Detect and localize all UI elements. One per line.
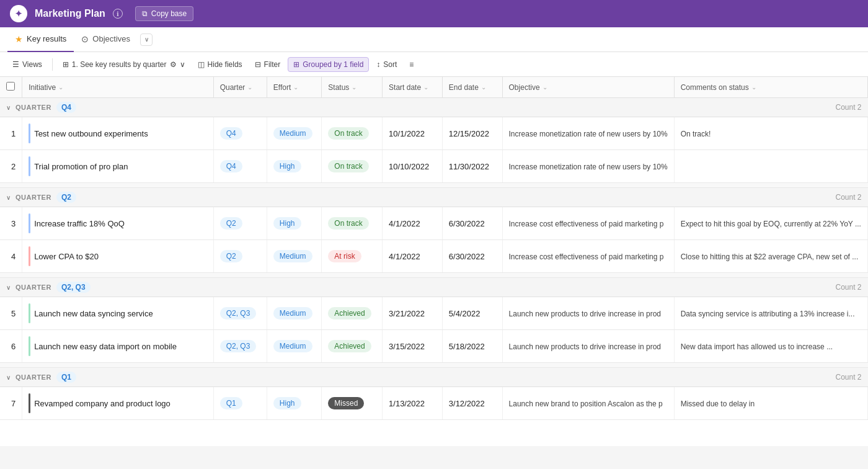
col-header-status[interactable]: Status ⌄ bbox=[322, 77, 383, 98]
table-row[interactable]: 7 Revamped company and product logo Q1 H… bbox=[0, 387, 868, 420]
objective-text: Launch new products to drive increase in… bbox=[509, 310, 661, 318]
row-number: 6 bbox=[0, 330, 22, 363]
group-chevron-icon[interactable]: ∨ bbox=[6, 104, 11, 111]
extra-button[interactable]: ≡ bbox=[404, 58, 418, 71]
copy-base-button[interactable]: ⧉ Copy base bbox=[135, 6, 193, 21]
cell-start-date: 3/21/2022 bbox=[383, 297, 443, 330]
info-icon[interactable]: ℹ bbox=[113, 9, 123, 19]
cell-objective: Increase monetization rate of new users … bbox=[502, 117, 674, 150]
col-header-initiative[interactable]: Initiative ⌄ bbox=[22, 77, 214, 98]
table-row[interactable]: 4 Lower CPA to $20 Q2 Medium At risk 4/1… bbox=[0, 240, 868, 273]
tab-chevron[interactable]: ∨ bbox=[140, 34, 153, 46]
cell-initiative: Trial promotion of pro plan bbox=[22, 150, 214, 183]
views-button[interactable]: ☰ Views bbox=[7, 58, 47, 71]
cell-objective: Increase cost effectiveness of paid mark… bbox=[502, 240, 674, 273]
cell-end-date: 6/30/2022 bbox=[442, 240, 502, 273]
objective-text: Increase cost effectiveness of paid mark… bbox=[509, 252, 664, 261]
cell-effort: Medium bbox=[267, 240, 322, 273]
initiative-text: Launch new data syncing service bbox=[34, 309, 153, 318]
comment-text: Missed due to delay in bbox=[681, 400, 755, 408]
col-header-startdate[interactable]: Start date ⌄ bbox=[383, 77, 443, 98]
initiative-text: Launch new easy data import on mobile bbox=[34, 342, 177, 351]
toolbar: ☰ Views ⊞ 1. See key results by quarter … bbox=[0, 52, 868, 77]
filter-icon: ⊟ bbox=[255, 60, 261, 69]
col-header-enddate[interactable]: End date ⌄ bbox=[442, 77, 502, 98]
cell-effort: Medium bbox=[267, 117, 322, 150]
objective-text: Increase monetization rate of new users … bbox=[509, 163, 668, 171]
col-header-objective[interactable]: Objective ⌄ bbox=[502, 77, 674, 98]
col-header-effort[interactable]: Effort ⌄ bbox=[267, 77, 322, 98]
cell-objective: Launch new products to drive increase in… bbox=[502, 330, 674, 363]
group-button[interactable]: ⊞ Grouped by 1 field bbox=[288, 57, 369, 72]
sort-objective-icon: ⌄ bbox=[542, 84, 547, 91]
star-icon: ★ bbox=[15, 34, 23, 44]
group-spacer bbox=[0, 183, 868, 188]
table-row[interactable]: 2 Trial promotion of pro plan Q4 High On… bbox=[0, 150, 868, 183]
tab-bar: ★ Key results ⊙ Objectives ∨ bbox=[0, 27, 868, 52]
group-header-q2: ∨ QUARTER Q2 Count 2 bbox=[0, 188, 868, 207]
table-row[interactable]: 1 Test new outbound experiments Q4 Mediu… bbox=[0, 117, 868, 150]
filter-button[interactable]: ⊟ Filter bbox=[250, 58, 286, 71]
quarter-label: QUARTER bbox=[16, 373, 51, 381]
cell-start-date: 4/1/2022 bbox=[383, 207, 443, 240]
effort-badge: High bbox=[273, 160, 301, 172]
cell-comment bbox=[674, 150, 867, 183]
row-number: 5 bbox=[0, 297, 22, 330]
cell-start-date: 4/1/2022 bbox=[383, 240, 443, 273]
table-row[interactable]: 3 Increase traffic 18% QoQ Q2 High On tr… bbox=[0, 207, 868, 240]
status-badge: Achieved bbox=[328, 307, 371, 319]
table-row[interactable]: 6 Launch new easy data import on mobile … bbox=[0, 330, 868, 363]
cell-status: Achieved bbox=[322, 330, 383, 363]
group-chevron-icon[interactable]: ∨ bbox=[6, 194, 11, 201]
view-name-button[interactable]: ⊞ 1. See key results by quarter ⚙ ∨ bbox=[58, 58, 190, 71]
cell-effort: High bbox=[267, 150, 322, 183]
cell-initiative: Increase traffic 18% QoQ bbox=[22, 207, 214, 240]
group-header-q4: ∨ QUARTER Q4 Count 2 bbox=[0, 98, 868, 117]
extra-icon: ≡ bbox=[409, 60, 414, 69]
cell-quarter: Q2, Q3 bbox=[213, 297, 267, 330]
sort-button[interactable]: ↕ Sort bbox=[371, 58, 402, 71]
effort-badge: Medium bbox=[273, 307, 312, 319]
objective-text: Increase monetization rate of new users … bbox=[509, 130, 668, 138]
objective-text: Launch new products to drive increase in… bbox=[509, 342, 661, 351]
comment-text: Data syncing service is attributing a 13… bbox=[681, 310, 855, 318]
comment-text: New data import has allowed us to increa… bbox=[681, 342, 833, 351]
select-all-checkbox[interactable] bbox=[6, 82, 15, 91]
cell-start-date: 10/10/2022 bbox=[383, 150, 443, 183]
group-chevron-icon[interactable]: ∨ bbox=[6, 374, 11, 381]
status-badge: Missed bbox=[328, 397, 364, 409]
cell-end-date: 5/18/2022 bbox=[442, 330, 502, 363]
col-header-quarter[interactable]: Quarter ⌄ bbox=[213, 77, 267, 98]
quarter-badge: Q1 bbox=[220, 397, 242, 409]
effort-badge: Medium bbox=[273, 340, 312, 352]
group-icon: ⊞ bbox=[293, 60, 299, 69]
quarter-badge: Q4 bbox=[220, 127, 242, 140]
col-header-comments[interactable]: Comments on status ⌄ bbox=[674, 77, 867, 98]
table-header-row: Initiative ⌄ Quarter ⌄ Effort ⌄ bbox=[0, 77, 868, 98]
tab-objectives[interactable]: ⊙ Objectives bbox=[74, 27, 138, 52]
row-number: 1 bbox=[0, 117, 22, 150]
sort-status-icon: ⌄ bbox=[352, 84, 356, 91]
cell-status: On track bbox=[322, 117, 383, 150]
cell-status: At risk bbox=[322, 240, 383, 273]
cell-objective: Increase monetization rate of new users … bbox=[502, 150, 674, 183]
color-indicator bbox=[29, 336, 30, 356]
app-logo: ✦ bbox=[10, 5, 27, 22]
group-header-cell: ∨ QUARTER Q4 Count 2 bbox=[0, 98, 868, 117]
cell-comment: On track! bbox=[674, 117, 867, 150]
table-row[interactable]: 5 Launch new data syncing service Q2, Q3… bbox=[0, 297, 868, 330]
tab-key-results[interactable]: ★ Key results bbox=[7, 27, 74, 52]
group-count: Count 2 bbox=[835, 193, 861, 202]
group-chevron-icon[interactable]: ∨ bbox=[6, 284, 11, 291]
hide-fields-button[interactable]: ◫ Hide fields bbox=[193, 58, 247, 71]
quarter-badge: Q2 bbox=[56, 192, 76, 203]
status-badge: On track bbox=[328, 160, 368, 172]
color-indicator bbox=[29, 393, 30, 413]
row-number: 2 bbox=[0, 150, 22, 183]
color-indicator bbox=[29, 156, 30, 176]
group-header-q1: ∨ QUARTER Q1 Count 2 bbox=[0, 368, 868, 387]
cell-end-date: 5/4/2022 bbox=[442, 297, 502, 330]
cell-comment: Missed due to delay in bbox=[674, 387, 867, 420]
group-header-cell: ∨ QUARTER Q2, Q3 Count 2 bbox=[0, 278, 868, 297]
objective-text: Increase cost effectiveness of paid mark… bbox=[509, 220, 664, 228]
